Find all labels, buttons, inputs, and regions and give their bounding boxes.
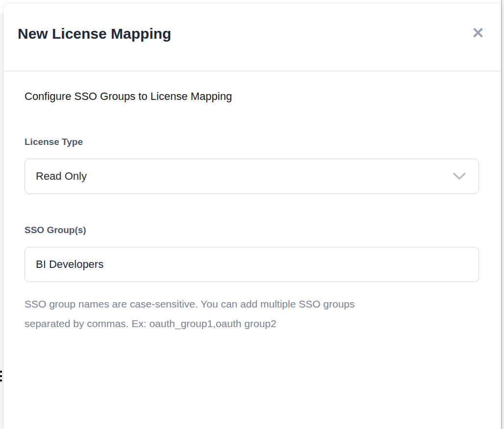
license-type-select[interactable]: Read Only (25, 159, 479, 194)
sso-groups-help-line-2: separated by commas. Ex: oauth_group1,oa… (25, 314, 417, 334)
dialog-title: New License Mapping (18, 26, 171, 41)
sso-groups-input[interactable] (25, 247, 479, 282)
sso-groups-help-line-1: SSO group names are case-sensitive. You … (25, 294, 417, 314)
license-type-selected-value: Read Only (36, 170, 87, 183)
page-background-strip (0, 14, 4, 429)
dialog-description: Configure SSO Groups to License Mapping (25, 90, 479, 102)
dialog-body: Configure SSO Groups to License Mapping … (4, 90, 501, 334)
new-license-mapping-dialog: New License Mapping ✕ Configure SSO Grou… (4, 4, 501, 429)
page-edge-line (501, 0, 502, 429)
page-background-right-strip (502, 0, 504, 429)
chevron-down-icon (453, 172, 466, 181)
background-menu-icon (0, 371, 2, 384)
sso-groups-help: SSO group names are case-sensitive. You … (25, 294, 417, 334)
sso-groups-label: SSO Group(s) (25, 225, 479, 236)
license-type-label: License Type (25, 137, 479, 147)
dialog-header: New License Mapping ✕ (4, 4, 501, 72)
close-icon[interactable]: ✕ (472, 25, 484, 41)
